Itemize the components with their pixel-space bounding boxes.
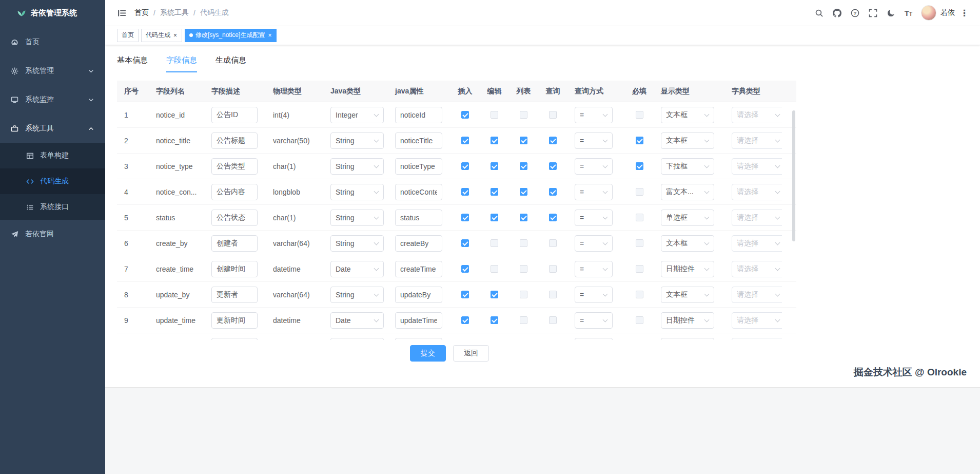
- list-checkbox[interactable]: [520, 111, 527, 119]
- dict-type-select[interactable]: 请选择: [732, 132, 782, 149]
- edit-checkbox[interactable]: [491, 239, 498, 247]
- insert-checkbox[interactable]: [461, 239, 469, 247]
- java-prop-input[interactable]: [395, 210, 442, 226]
- query-type-select[interactable]: =: [575, 235, 613, 252]
- java-prop-input[interactable]: [395, 338, 442, 340]
- moon-icon[interactable]: [882, 0, 900, 26]
- required-checkbox[interactable]: [636, 291, 643, 298]
- tag-code-gen[interactable]: 代码生成 ×: [141, 29, 182, 42]
- list-checkbox[interactable]: [520, 137, 527, 144]
- java-type-select[interactable]: String: [330, 158, 384, 175]
- java-type-select[interactable]: Integer: [330, 107, 384, 123]
- java-prop-input[interactable]: [395, 158, 442, 175]
- query-checkbox[interactable]: [549, 316, 557, 324]
- edit-checkbox[interactable]: [491, 162, 498, 170]
- list-checkbox[interactable]: [520, 214, 527, 221]
- query-type-select[interactable]: =: [575, 132, 613, 149]
- java-prop-input[interactable]: [395, 287, 442, 303]
- dict-type-select[interactable]: 请选择: [732, 210, 782, 226]
- query-type-select[interactable]: =: [575, 287, 613, 303]
- html-type-select[interactable]: 文本框: [661, 132, 714, 149]
- java-prop-input[interactable]: [395, 107, 442, 123]
- tag-home[interactable]: 首页: [117, 29, 139, 42]
- dict-type-select[interactable]: 请选择: [732, 184, 782, 200]
- query-type-select[interactable]: [575, 338, 613, 340]
- font-size-icon[interactable]: TT: [900, 0, 917, 26]
- sidebar-item-form-build[interactable]: 表单构建: [0, 143, 105, 168]
- vertical-scrollbar[interactable]: [792, 110, 795, 241]
- html-type-select[interactable]: 富文本...: [661, 184, 714, 200]
- query-checkbox[interactable]: [549, 111, 557, 119]
- field-desc-input[interactable]: [211, 312, 258, 329]
- dict-type-select[interactable]: 请选择: [732, 312, 782, 329]
- required-checkbox[interactable]: [636, 111, 643, 119]
- java-type-select[interactable]: String: [330, 235, 384, 252]
- html-type-select[interactable]: 文本框: [661, 107, 714, 123]
- insert-checkbox[interactable]: [461, 316, 469, 324]
- field-desc-input[interactable]: [211, 338, 258, 340]
- java-prop-input[interactable]: [395, 184, 442, 200]
- edit-checkbox[interactable]: [491, 137, 498, 144]
- query-type-select[interactable]: =: [575, 312, 613, 329]
- list-checkbox[interactable]: [520, 316, 527, 324]
- search-icon[interactable]: [810, 0, 828, 26]
- sidebar-item-monitor[interactable]: 系统监控: [0, 85, 105, 114]
- java-type-select[interactable]: Date: [330, 261, 384, 277]
- edit-checkbox[interactable]: [491, 111, 498, 119]
- insert-checkbox[interactable]: [461, 162, 469, 170]
- field-desc-input[interactable]: [211, 184, 258, 200]
- edit-checkbox[interactable]: [491, 214, 498, 221]
- dict-type-select[interactable]: 请选择: [732, 261, 782, 277]
- sidebar-item-tools[interactable]: 系统工具: [0, 114, 105, 143]
- html-type-select[interactable]: 单选框: [661, 210, 714, 226]
- java-type-select[interactable]: String: [330, 132, 384, 149]
- edit-checkbox[interactable]: [491, 188, 498, 196]
- edit-checkbox[interactable]: [491, 316, 498, 324]
- edit-checkbox[interactable]: [491, 291, 498, 298]
- close-icon[interactable]: ×: [267, 32, 272, 39]
- field-desc-input[interactable]: [211, 261, 258, 277]
- java-type-select[interactable]: String: [330, 184, 384, 200]
- back-button[interactable]: 返回: [453, 345, 489, 362]
- html-type-select[interactable]: [661, 338, 714, 340]
- submit-button[interactable]: 提交: [410, 345, 446, 362]
- dict-type-select[interactable]: 请选择: [732, 158, 782, 175]
- required-checkbox[interactable]: [636, 162, 643, 170]
- java-type-select[interactable]: String: [330, 210, 384, 226]
- query-type-select[interactable]: =: [575, 107, 613, 123]
- java-type-select[interactable]: String: [330, 287, 384, 303]
- insert-checkbox[interactable]: [461, 111, 469, 119]
- tag-edit-config[interactable]: 修改[sys_notice]生成配置 ×: [185, 29, 277, 42]
- user-menu[interactable]: 若依: [917, 5, 959, 21]
- java-prop-input[interactable]: [395, 312, 442, 329]
- sidebar-item-official-site[interactable]: 若依官网: [0, 220, 105, 249]
- dict-type-select[interactable]: 请选择: [732, 107, 782, 123]
- required-checkbox[interactable]: [636, 188, 643, 196]
- tab-gen-info[interactable]: 生成信息: [215, 55, 246, 72]
- dict-type-select[interactable]: 请选择: [732, 235, 782, 252]
- insert-checkbox[interactable]: [461, 265, 469, 273]
- insert-checkbox[interactable]: [461, 214, 469, 221]
- edit-checkbox[interactable]: [491, 265, 498, 273]
- list-checkbox[interactable]: [520, 265, 527, 273]
- field-desc-input[interactable]: [211, 235, 258, 252]
- query-checkbox[interactable]: [549, 291, 557, 298]
- java-type-select[interactable]: [330, 338, 384, 340]
- query-type-select[interactable]: =: [575, 261, 613, 277]
- java-prop-input[interactable]: [395, 235, 442, 252]
- fullscreen-icon[interactable]: [864, 0, 882, 26]
- sidebar-item-code-gen[interactable]: 代码生成: [0, 168, 105, 194]
- dict-type-select[interactable]: [732, 338, 782, 340]
- query-type-select[interactable]: =: [575, 158, 613, 175]
- sidebar-item-system[interactable]: 系统管理: [0, 56, 105, 85]
- sidebar-item-api[interactable]: 系统接口: [0, 194, 105, 220]
- insert-checkbox[interactable]: [461, 291, 469, 298]
- query-checkbox[interactable]: [549, 239, 557, 247]
- field-desc-input[interactable]: [211, 287, 258, 303]
- field-desc-input[interactable]: [211, 132, 258, 149]
- java-prop-input[interactable]: [395, 132, 442, 149]
- required-checkbox[interactable]: [636, 265, 643, 273]
- hamburger-icon[interactable]: [113, 0, 130, 26]
- sidebar-item-home[interactable]: 首页: [0, 28, 105, 56]
- query-checkbox[interactable]: [549, 137, 557, 144]
